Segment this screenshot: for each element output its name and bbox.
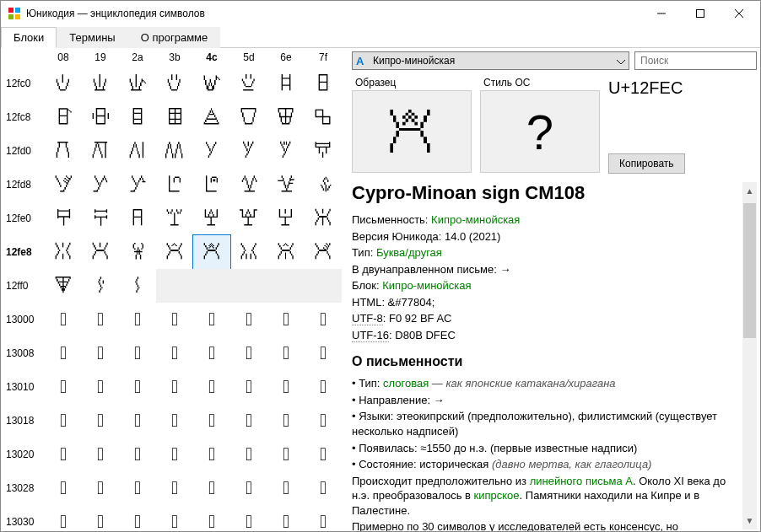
grid-row-label[interactable]: 13018: [1, 415, 45, 427]
grid-cell[interactable]: 𓀉: [82, 336, 119, 370]
link-linear-a[interactable]: линейного письма А: [530, 475, 633, 487]
grid-cell[interactable]: 𒿜: [193, 168, 230, 202]
grid-cell[interactable]: 𓀄: [193, 303, 230, 336]
grid-cell[interactable]: 𓀞: [267, 404, 305, 438]
grid-cell[interactable]: 𓀱: [82, 505, 119, 531]
grid-cell[interactable]: 𓀁: [82, 303, 119, 336]
grid-row-label[interactable]: 12fc8: [1, 111, 45, 123]
grid-cell[interactable]: 𒿱: [82, 269, 119, 303]
search-input[interactable]: [634, 51, 757, 70]
grid-cell[interactable]: 𒿫: [156, 235, 193, 269]
grid-cell[interactable]: 𓀨: [45, 471, 82, 505]
link-writing[interactable]: Кипро-минойская: [431, 213, 520, 226]
grid-cell[interactable]: 𒿯: [305, 235, 342, 269]
grid-cell[interactable]: 𓀏: [305, 336, 342, 370]
grid-cell[interactable]: 𓀣: [156, 438, 193, 471]
grid-cell[interactable]: 𓀑: [82, 370, 119, 404]
grid-cell[interactable]: 𓀆: [267, 303, 305, 336]
grid-col-header[interactable]: 5d: [230, 48, 267, 67]
grid-cell[interactable]: 𓀴: [193, 505, 230, 531]
grid-cell[interactable]: 𒿤: [193, 202, 230, 235]
grid-cell[interactable]: 𓀶: [267, 505, 305, 531]
grid-cell[interactable]: 𓀐: [45, 370, 82, 404]
grid-cell[interactable]: 𒿗: [305, 134, 342, 168]
grid-cell[interactable]: 𓀈: [45, 336, 82, 370]
grid-cell[interactable]: 𒿌: [193, 100, 230, 134]
grid-row-label[interactable]: 12fe8: [1, 246, 45, 258]
grid-cell[interactable]: 𓀕: [230, 370, 267, 404]
grid-cell[interactable]: 𒿁: [82, 67, 119, 100]
grid-cell[interactable]: 𓀂: [119, 303, 156, 336]
info-panel[interactable]: Cypro-Minoan sign CM108 Письменность: Ки…: [352, 180, 757, 531]
grid-cell[interactable]: 𒿆: [267, 67, 305, 100]
grid-cell[interactable]: 𒿲: [119, 269, 156, 303]
grid-cell[interactable]: 𒿞: [267, 168, 305, 202]
grid-cell[interactable]: 𒿂: [119, 67, 156, 100]
grid-row-label[interactable]: 12fe0: [1, 212, 45, 224]
grid-cell[interactable]: 𒿙: [82, 168, 119, 202]
grid-cell[interactable]: 𓀯: [305, 471, 342, 505]
grid-cell[interactable]: 𒿘: [45, 168, 82, 202]
grid-cell[interactable]: 𓀵: [230, 505, 267, 531]
copy-button[interactable]: Копировать: [608, 153, 685, 174]
grid-cell[interactable]: 𓀛: [156, 404, 193, 438]
grid-cell[interactable]: 𒿎: [267, 100, 305, 134]
grid-cell[interactable]: 𓀰: [45, 505, 82, 531]
grid-cell[interactable]: 𓀚: [119, 404, 156, 438]
link-cypriot[interactable]: кипрское: [474, 489, 520, 502]
minimize-button[interactable]: [642, 1, 681, 26]
grid-cell[interactable]: 𒿰: [45, 269, 82, 303]
grid-cell[interactable]: 𒿐: [45, 134, 82, 168]
grid-cell[interactable]: 𒿬: [193, 235, 230, 269]
grid-col-header[interactable]: 19: [82, 48, 119, 67]
grid-cell[interactable]: 𓀘: [45, 404, 82, 438]
tab-terms[interactable]: Термины: [57, 27, 127, 48]
info-scrollbar[interactable]: ▲ ▼: [742, 182, 757, 529]
grid-cell[interactable]: 𒿍: [230, 100, 267, 134]
grid-cell[interactable]: 𓀍: [230, 336, 267, 370]
grid-cell[interactable]: 𓀌: [193, 336, 230, 370]
grid-row-label[interactable]: 13010: [1, 381, 45, 393]
grid-cell[interactable]: 𒿏: [305, 100, 342, 134]
grid-cell[interactable]: 𓀡: [82, 438, 119, 471]
grid-cell[interactable]: 𓀳: [156, 505, 193, 531]
link-type[interactable]: Буква/другая: [376, 246, 442, 259]
grid-cell[interactable]: 𒿋: [156, 100, 193, 134]
grid-cell[interactable]: 𒿝: [230, 168, 267, 202]
scroll-down-icon[interactable]: ▼: [742, 513, 757, 528]
grid-cell[interactable]: 𒿃: [156, 67, 193, 100]
grid-row-label[interactable]: 13008: [1, 347, 45, 359]
grid-cell[interactable]: 𓀬: [193, 471, 230, 505]
grid-cell[interactable]: 𒿣: [156, 202, 193, 235]
grid-cell[interactable]: 𒿛: [156, 168, 193, 202]
grid-cell[interactable]: 𓀃: [156, 303, 193, 336]
grid-row-label[interactable]: 13030: [1, 516, 45, 528]
grid-cell[interactable]: 𓀪: [119, 471, 156, 505]
grid-cell[interactable]: 𓀀: [45, 303, 82, 336]
grid-cell[interactable]: 𒿇: [305, 67, 342, 100]
grid-cell[interactable]: 𓀧: [305, 438, 342, 471]
grid-cell[interactable]: 𒿡: [82, 202, 119, 235]
grid-cell[interactable]: 𓀇: [305, 303, 342, 336]
grid-row-label[interactable]: 12fc0: [1, 78, 45, 89]
close-button[interactable]: [720, 1, 758, 26]
grid-cell[interactable]: 𒿀: [45, 67, 82, 100]
grid-cell[interactable]: 𓀔: [193, 370, 230, 404]
grid-cell[interactable]: 𒿄: [193, 67, 230, 100]
grid-cell[interactable]: 𓀗: [305, 370, 342, 404]
grid-col-header[interactable]: 7f: [305, 48, 342, 67]
grid-col-header[interactable]: 2a: [119, 48, 156, 67]
grid-cell[interactable]: 𓀓: [156, 370, 193, 404]
grid-cell[interactable]: 𒿉: [82, 100, 119, 134]
grid-cell[interactable]: 𓀊: [119, 336, 156, 370]
grid-col-header[interactable]: 4c: [193, 48, 230, 67]
grid-row-label[interactable]: 13020: [1, 449, 45, 460]
grid-cell[interactable]: 𒿓: [156, 134, 193, 168]
grid-cell[interactable]: 𓀮: [267, 471, 305, 505]
grid-cell[interactable]: 𓀙: [82, 404, 119, 438]
grid-cell[interactable]: 𓀭: [230, 471, 267, 505]
grid-body[interactable]: 12fc0𒿀𒿁𒿂𒿃𒿄𒿅𒿆𒿇12fc8𒿈𒿉𒿊𒿋𒿌𒿍𒿎𒿏12fd0𒿐𒿑𒿒𒿓𒿔𒿕𒿖𒿗1…: [1, 67, 345, 531]
grid-col-header[interactable]: 3b: [156, 48, 193, 67]
link-utf8[interactable]: UTF-8: [352, 312, 383, 325]
grid-cell[interactable]: 𓀖: [267, 370, 305, 404]
